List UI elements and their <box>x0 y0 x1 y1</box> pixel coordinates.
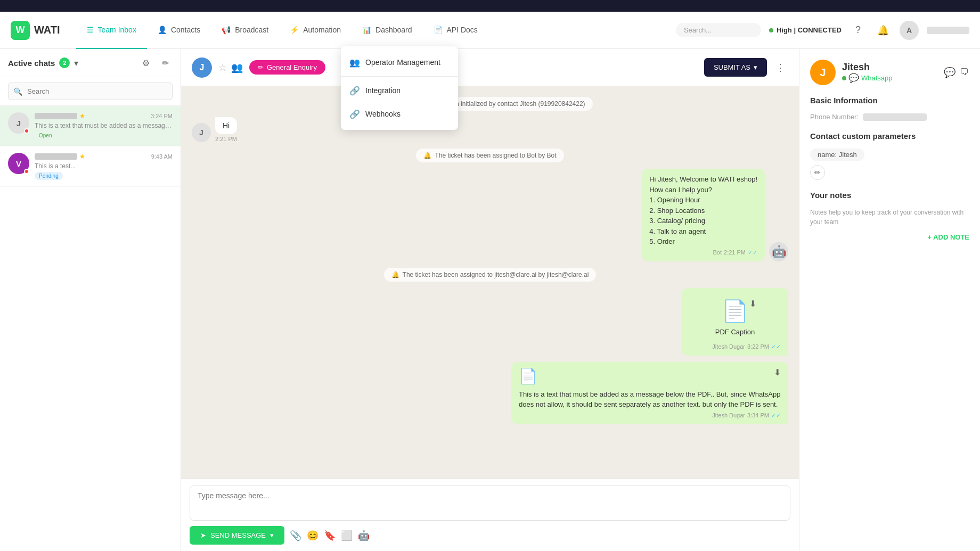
chat-avatar: J <box>8 112 29 134</box>
filter-icon[interactable]: ⚙ <box>138 55 153 70</box>
online-indicator <box>24 169 29 174</box>
chevron-down-icon: ▾ <box>754 63 757 71</box>
user-avatar[interactable]: A <box>900 21 919 40</box>
contact-header: J Jitesh 💬 Whatsapp 💬 🗨 <box>810 60 969 85</box>
notes-description: Notes help you to keep track of your con… <box>810 208 969 227</box>
message-row: J Hi 2:21 PM <box>192 117 788 142</box>
chat-contact-avatar: J <box>192 57 212 78</box>
nav-broadcast[interactable]: 📢 Broadcast <box>211 12 279 49</box>
nav-contacts[interactable]: 👤 Contacts <box>147 12 211 49</box>
message-bubble: Hi <box>215 117 237 134</box>
send-message-button[interactable]: ➤ SEND MESSAGE ▾ <box>190 526 284 545</box>
edit-param-button[interactable]: ✏ <box>810 165 825 180</box>
chat-info: ★ 3:24 PM This is a text that must be ad… <box>35 112 173 139</box>
add-note-button[interactable]: + ADD NOTE <box>810 233 969 241</box>
status-tag: Open <box>35 131 56 139</box>
bot-avatar: 🤖 <box>769 242 788 261</box>
online-dot <box>842 76 846 80</box>
header-search[interactable]: Search... <box>676 23 761 37</box>
chat-item[interactable]: J ★ 3:24 PM This is a text that must be … <box>0 106 181 146</box>
integration-icon: 🔗 <box>349 85 360 96</box>
edit-icon[interactable]: ✏ <box>158 55 173 70</box>
chat-list: J ★ 3:24 PM This is a text that must be … <box>0 106 181 551</box>
messages-container: 🔔 The chat has been initialized by conta… <box>181 86 799 479</box>
mention-icon[interactable]: 🔖 <box>324 530 336 541</box>
attachment-icon[interactable]: 📎 <box>290 530 301 541</box>
chat-preview: This is a test... <box>35 162 173 170</box>
contact-action-icons: 💬 🗨 <box>944 67 969 78</box>
header-right: Search... High | CONNECTED ? 🔔 A <box>676 21 969 40</box>
team-inbox-icon: ☰ <box>87 26 94 34</box>
message-time: 2:21 PM <box>215 136 237 142</box>
notification-icon[interactable]: 🔔 <box>875 22 892 39</box>
check-icon: ✓✓ <box>771 412 781 419</box>
sidebar-title: Active chats <box>8 59 55 68</box>
sidebar-header: Active chats 2 ▾ ⚙ ✏ <box>0 49 181 77</box>
emoji-icon[interactable]: 😊 <box>307 530 318 541</box>
chat-preview: This is a text that must be added as a m… <box>35 122 173 129</box>
submit-as-button[interactable]: SUBMIT AS ▾ <box>704 58 767 77</box>
notes-title: Your notes <box>810 191 969 200</box>
message-time: 3:34 PM <box>747 412 769 418</box>
basic-info-title: Basic Information <box>810 96 969 105</box>
add-contact-icon[interactable]: 👥 <box>231 62 243 73</box>
contacts-icon: 👤 <box>158 26 167 34</box>
whatsapp-contact-icon[interactable]: 💬 <box>944 67 956 78</box>
msg-avatar: J <box>192 123 211 142</box>
nav-api[interactable]: 📄 API Docs <box>423 12 488 49</box>
custom-params-title: Contact custom parameters <box>810 131 969 141</box>
automation-icon: ⚡ <box>290 26 299 34</box>
message-bubble: 📄 ⬇ PDF Caption Jitesh Dugar 3:22 PM ✓✓ <box>682 288 788 356</box>
dropdown-integration[interactable]: 🔗 Integration <box>341 79 458 102</box>
search-input[interactable] <box>8 83 173 100</box>
status-tag: Pending <box>35 172 63 180</box>
template-icon[interactable]: ⬜ <box>341 530 353 541</box>
dropdown-operator-management[interactable]: 👥 Operator Management <box>341 51 458 74</box>
tag-button[interactable]: ✏ General Enquiry <box>249 60 325 75</box>
chat-contact-icon[interactable]: 🗨 <box>960 67 969 78</box>
chat-item[interactable]: V ★ 9:43 AM This is a test... Pending <box>0 146 181 187</box>
param-tag: name: Jitesh <box>810 149 864 161</box>
chevron-down-icon[interactable]: ▾ <box>74 58 78 68</box>
logo-area: W WATI <box>11 21 60 40</box>
chevron-down-icon: ▾ <box>270 531 274 539</box>
dropdown-separator <box>341 76 458 77</box>
custom-params-section: Contact custom parameters name: Jitesh ✏ <box>810 131 969 180</box>
star-icon: ★ <box>79 112 85 120</box>
input-actions: ➤ SEND MESSAGE ▾ 📎 😊 🔖 ⬜ 🤖 <box>190 526 790 545</box>
chat-header: J ☆ 👥 ✏ General Enquiry SUBMIT AS ▾ ⋮ <box>181 49 799 86</box>
tag-icon: ✏ <box>258 63 264 71</box>
more-options-button[interactable]: ⋮ <box>772 60 788 76</box>
nav-automation[interactable]: ⚡ Automation <box>279 12 352 49</box>
status-dot <box>769 28 773 32</box>
bot-icon[interactable]: 🤖 <box>358 530 370 541</box>
bot-sender: Bot <box>713 249 722 256</box>
check-icon: ✓✓ <box>771 343 781 350</box>
nav-team-inbox[interactable]: ☰ Team Inbox <box>76 12 147 49</box>
phone-label: Phone Number: <box>810 113 859 121</box>
active-chats-badge: 2 <box>59 57 70 68</box>
operator-management-icon: 👥 <box>349 57 360 68</box>
download-icon[interactable]: ⬇ <box>774 367 781 377</box>
chat-info: ★ 9:43 AM This is a test... Pending <box>35 153 173 180</box>
download-icon[interactable]: ⬇ <box>749 299 756 309</box>
api-icon: 📄 <box>434 26 443 34</box>
chat-area: J ☆ 👥 ✏ General Enquiry SUBMIT AS ▾ ⋮ <box>181 49 799 551</box>
bell-icon: 🔔 <box>423 152 431 159</box>
main-nav: ☰ Team Inbox 👤 Contacts 📢 Broadcast ⚡ Au… <box>76 12 676 49</box>
star-header-icon[interactable]: ☆ <box>218 62 227 73</box>
whatsapp-icon: 💬 <box>848 73 859 83</box>
bell-icon: 🔔 <box>391 271 399 278</box>
help-icon[interactable]: ? <box>850 22 867 39</box>
pdf-icon: 📄 <box>519 367 537 385</box>
chat-name-blurred <box>35 113 77 119</box>
status-badge: High | CONNECTED <box>769 26 842 34</box>
basic-info-section: Basic Information Phone Number: <box>810 96 969 121</box>
sidebar-actions: ⚙ ✏ <box>138 55 173 70</box>
broadcast-icon: 📢 <box>222 26 231 34</box>
dropdown-webhooks[interactable]: 🔗 Webhooks <box>341 102 458 126</box>
message-input[interactable] <box>198 491 782 513</box>
nav-dashboard[interactable]: 📊 Dashboard <box>352 12 423 49</box>
phone-row: Phone Number: <box>810 113 969 121</box>
dashboard-icon: 📊 <box>362 26 371 34</box>
